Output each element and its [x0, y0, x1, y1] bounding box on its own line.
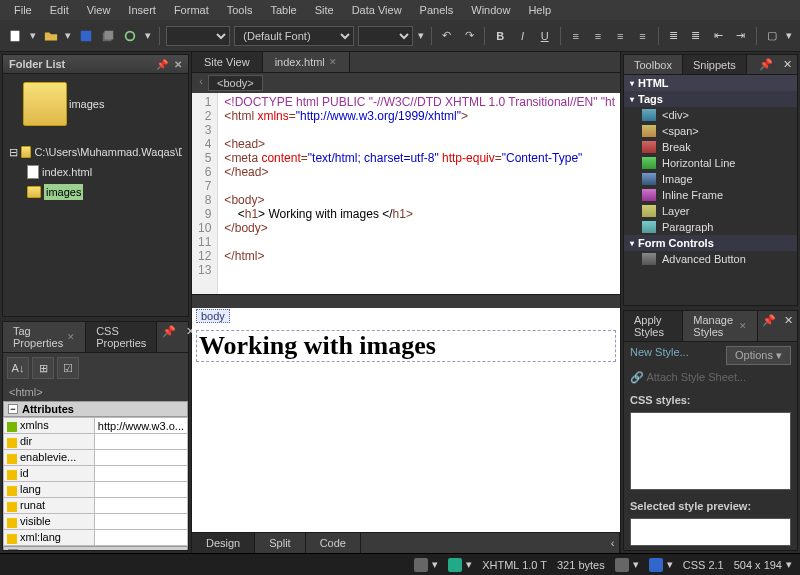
- chevron-left-icon[interactable]: ‹: [606, 533, 620, 553]
- toolbox-item-span[interactable]: <span>: [624, 123, 797, 139]
- close-icon[interactable]: ✕: [778, 55, 797, 74]
- status-css-schema[interactable]: ▾: [649, 558, 673, 572]
- code-content[interactable]: <!DOCTYPE html PUBLIC "-//W3C//DTD XHTML…: [218, 93, 620, 294]
- undo-icon[interactable]: ↶: [438, 26, 456, 46]
- site-root-row[interactable]: ⊟ C:\Users\Muhammad.Waqas\Documents\M: [9, 142, 182, 162]
- toolbox-section-tags[interactable]: ▾Tags: [624, 91, 797, 107]
- tab-manage-styles[interactable]: Manage Styles✕: [683, 311, 758, 341]
- toolbox-section-html[interactable]: ▾HTML: [624, 75, 797, 91]
- status-schema[interactable]: ▾: [448, 558, 472, 572]
- close-icon[interactable]: ✕: [739, 321, 747, 331]
- align-center-icon[interactable]: ≡: [589, 26, 607, 46]
- menu-table[interactable]: Table: [262, 2, 304, 18]
- list-number-icon[interactable]: ≣: [687, 26, 705, 46]
- tab-css-properties[interactable]: CSS Properties: [86, 322, 157, 352]
- attr-row[interactable]: runat: [4, 498, 188, 514]
- font-select[interactable]: (Default Font): [234, 26, 354, 46]
- attr-row[interactable]: visible: [4, 514, 188, 530]
- align-justify-icon[interactable]: ≡: [633, 26, 651, 46]
- menu-format[interactable]: Format: [166, 2, 217, 18]
- attr-row[interactable]: lang: [4, 482, 188, 498]
- menu-edit[interactable]: Edit: [42, 2, 77, 18]
- pin-icon[interactable]: 📌: [758, 311, 780, 341]
- design-preview[interactable]: Working with images: [192, 324, 620, 533]
- bold-icon[interactable]: B: [491, 26, 509, 46]
- menu-window[interactable]: Window: [463, 2, 518, 18]
- horizontal-scrollbar[interactable]: [192, 294, 620, 308]
- menu-view[interactable]: View: [79, 2, 119, 18]
- tab-snippets[interactable]: Snippets: [683, 55, 747, 74]
- tab-tag-properties[interactable]: Tag Properties✕: [3, 322, 86, 352]
- attr-row[interactable]: xmlnshttp://www.w3.o...: [4, 418, 188, 434]
- dropdown-icon[interactable]: ▾: [28, 26, 37, 46]
- view-code[interactable]: Code: [306, 533, 361, 553]
- status-css-version[interactable]: CSS 2.1: [683, 559, 724, 571]
- sort-cat-icon[interactable]: ⊞: [32, 357, 54, 379]
- toolbox-item-layer[interactable]: Layer: [624, 203, 797, 219]
- menu-help[interactable]: Help: [520, 2, 559, 18]
- tab-apply-styles[interactable]: Apply Styles: [624, 311, 683, 341]
- status-compat[interactable]: ▾: [615, 558, 639, 572]
- toolbox-section-form[interactable]: ▾Form Controls: [624, 235, 797, 251]
- breadcrumb-left-icon[interactable]: ‹: [196, 75, 206, 91]
- options-button[interactable]: Options ▾: [726, 346, 791, 365]
- toolbox-item-paragraph[interactable]: Paragraph: [624, 219, 797, 235]
- status-dimensions[interactable]: 504 x 194 ▾: [734, 558, 792, 571]
- status-visual-aids[interactable]: ▾: [414, 558, 438, 572]
- align-right-icon[interactable]: ≡: [611, 26, 629, 46]
- toolbox-item-iframe[interactable]: Inline Frame: [624, 187, 797, 203]
- new-style-link[interactable]: New Style...: [630, 346, 689, 358]
- sort-alpha-icon[interactable]: A↓: [7, 357, 29, 379]
- border-icon[interactable]: ▢: [763, 26, 781, 46]
- tab-index-html[interactable]: index.html✕: [263, 52, 350, 72]
- align-left-icon[interactable]: ≡: [567, 26, 585, 46]
- style-select[interactable]: [166, 26, 231, 46]
- collapse-icon[interactable]: −: [8, 404, 18, 414]
- css-styles-list[interactable]: [630, 412, 791, 490]
- save-all-icon[interactable]: [99, 26, 117, 46]
- indent-icon[interactable]: ⇥: [731, 26, 749, 46]
- preview-icon[interactable]: [121, 26, 139, 46]
- status-doctype[interactable]: XHTML 1.0 T: [482, 559, 547, 571]
- pin-icon[interactable]: 📌: [157, 322, 181, 352]
- toolbox-item-image[interactable]: Image: [624, 171, 797, 187]
- preview-bc-body[interactable]: body: [196, 309, 230, 323]
- expand-icon[interactable]: ⊟: [9, 144, 18, 160]
- attr-row[interactable]: xml:lang: [4, 530, 188, 546]
- folder-row-images[interactable]: images: [9, 182, 182, 202]
- close-icon[interactable]: ✕: [67, 332, 75, 342]
- dropdown-icon[interactable]: ▾: [417, 26, 424, 46]
- collapse-icon[interactable]: −: [8, 549, 18, 550]
- menu-panels[interactable]: Panels: [412, 2, 462, 18]
- italic-icon[interactable]: I: [513, 26, 531, 46]
- view-split[interactable]: Split: [255, 533, 305, 553]
- view-design[interactable]: Design: [192, 533, 255, 553]
- pin-icon[interactable]: 📌: [754, 55, 778, 74]
- outdent-icon[interactable]: ⇤: [709, 26, 727, 46]
- menu-file[interactable]: File: [6, 2, 40, 18]
- dropdown-icon[interactable]: ▾: [785, 26, 794, 46]
- dropdown-icon[interactable]: ▾: [144, 26, 153, 46]
- list-bullet-icon[interactable]: ≣: [665, 26, 683, 46]
- tab-toolbox[interactable]: Toolbox: [624, 55, 683, 74]
- toolbox-item-div[interactable]: <div>: [624, 107, 797, 123]
- menu-dataview[interactable]: Data View: [344, 2, 410, 18]
- attributes-section-header[interactable]: − Attributes: [3, 401, 188, 417]
- menu-tools[interactable]: Tools: [219, 2, 261, 18]
- attr-row[interactable]: id: [4, 466, 188, 482]
- show-set-icon[interactable]: ☑: [57, 357, 79, 379]
- file-row-index[interactable]: index.html: [9, 162, 182, 182]
- close-icon[interactable]: ✕: [329, 57, 337, 67]
- close-icon[interactable]: ✕: [174, 59, 182, 70]
- new-file-icon[interactable]: [6, 26, 24, 46]
- open-folder-icon[interactable]: [41, 26, 59, 46]
- toolbox-item-break[interactable]: Break: [624, 139, 797, 155]
- close-icon[interactable]: ✕: [780, 311, 797, 341]
- menu-insert[interactable]: Insert: [120, 2, 164, 18]
- folder-tree[interactable]: images ⊟ C:\Users\Muhammad.Waqas\Documen…: [3, 74, 188, 316]
- toolbox-item-hr[interactable]: Horizontal Line: [624, 155, 797, 171]
- tab-site-view[interactable]: Site View: [192, 52, 263, 72]
- redo-icon[interactable]: ↷: [460, 26, 478, 46]
- code-editor[interactable]: 12345678910111213 <!DOCTYPE html PUBLIC …: [192, 93, 620, 294]
- underline-icon[interactable]: U: [536, 26, 554, 46]
